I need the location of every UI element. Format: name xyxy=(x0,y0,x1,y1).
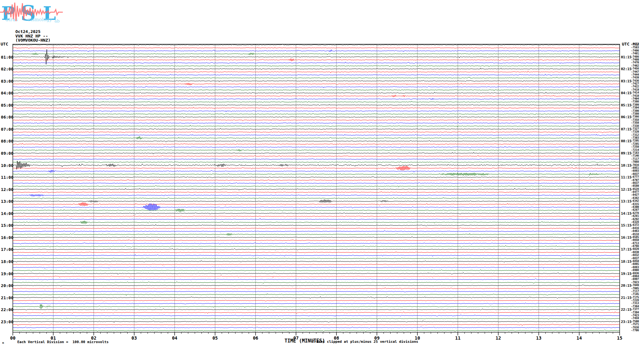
helicorder-plot xyxy=(0,0,644,346)
minute-label: 01 xyxy=(51,336,56,340)
trace-offset-value: -7404 xyxy=(631,98,639,100)
trace-offset-value: -7183 xyxy=(631,152,639,154)
right-hour-label: 18:15 xyxy=(621,260,632,263)
trace-offset-value: -7214 xyxy=(631,149,639,152)
trace-offset-value: -6650 xyxy=(631,239,639,242)
trace-offset-value: -7313 xyxy=(631,302,639,305)
trace-row xyxy=(13,140,620,142)
trace-offset-value: -7117 xyxy=(631,158,639,161)
left-hour-label: 18:00 xyxy=(1,260,13,264)
trace-offset-value: -7399 xyxy=(631,104,639,106)
trace-row xyxy=(13,213,620,214)
left-hour-label: 14:00 xyxy=(1,211,13,215)
minute-label: 15 xyxy=(617,336,623,340)
trace-offset-value: -6328 xyxy=(631,221,639,224)
trace-offset-value: -7394 xyxy=(631,107,639,109)
right-hour-label: 13:15 xyxy=(621,200,632,203)
trace-row xyxy=(13,318,620,319)
trace-row xyxy=(13,173,620,176)
trace-offset-value: -7486 xyxy=(631,56,639,58)
right-hour-label: 10:15 xyxy=(621,163,632,167)
trace-offset-value: -7459 xyxy=(631,317,639,320)
trace-offset-overlap: -9612 xyxy=(631,43,639,45)
trace-row xyxy=(13,136,620,139)
trace-offset-value: -6951 xyxy=(631,167,639,169)
right-hour-label: 16:15 xyxy=(621,235,632,239)
trace-offset-value: -6427 xyxy=(631,194,639,196)
trace-row xyxy=(13,166,620,170)
trace-offset-value: -6837 xyxy=(631,257,639,260)
trace-row xyxy=(13,225,620,226)
left-hour-label: 08:00 xyxy=(1,139,13,143)
trace-offset-value: -7320 xyxy=(631,131,639,133)
trace-offset-value: -7500 xyxy=(631,320,639,323)
trace-row xyxy=(13,202,620,206)
trace-row xyxy=(13,80,620,82)
trace-row xyxy=(13,236,620,238)
trace-row xyxy=(13,179,620,181)
right-hour-label: 14:15 xyxy=(621,211,632,215)
trace-row xyxy=(13,146,620,148)
trace-offset-value: -6477 xyxy=(631,191,639,194)
trace-row xyxy=(13,152,620,154)
trace-row xyxy=(13,245,620,247)
trace-row xyxy=(13,309,620,310)
trace-row xyxy=(13,200,620,203)
left-hour-label: 09:00 xyxy=(1,151,13,155)
trace-offset-value: -7414 xyxy=(631,92,639,94)
trace-offset-value: -6518 xyxy=(631,233,639,236)
trace-offset-value: -7023 xyxy=(631,281,639,284)
trace-row xyxy=(13,116,620,118)
trace-offset-value: -6463 xyxy=(631,230,639,233)
right-hour-label: 05:15 xyxy=(621,103,632,107)
minute-label: 00 xyxy=(10,336,16,340)
vertical-division-note: Each Vertical Division = 100.00 microvol… xyxy=(17,340,109,344)
trace-offset-value: -7470 xyxy=(631,62,639,64)
left-hour-label: 04:00 xyxy=(1,91,13,95)
minute-label: 04 xyxy=(172,336,178,340)
trace-offset-value: -7571 xyxy=(631,323,639,326)
right-hour-label: 23:15 xyxy=(621,320,632,323)
trace-row xyxy=(13,221,620,224)
trace-row xyxy=(13,65,620,67)
trace-row xyxy=(13,288,620,289)
trace-row xyxy=(13,218,620,220)
trace-offset-value: -7380 xyxy=(631,113,639,115)
plot-border xyxy=(13,44,620,332)
left-hour-label: 22:00 xyxy=(1,308,13,312)
trace-row xyxy=(13,249,620,250)
trace-row xyxy=(13,327,620,328)
trace-row xyxy=(13,47,620,49)
trace-row xyxy=(13,197,620,199)
trace-offset-value: -7422 xyxy=(631,86,639,88)
trace-row xyxy=(13,209,620,212)
trace-row xyxy=(13,143,620,145)
trace-row xyxy=(13,134,620,136)
trace-row xyxy=(13,264,620,265)
right-hour-label: 07:15 xyxy=(621,127,632,131)
trace-offset-value: -7085 xyxy=(631,287,639,290)
trace-offset-value: -7303 xyxy=(631,137,639,139)
trace-offset-value: -6865 xyxy=(631,263,639,266)
trace-row xyxy=(13,68,620,70)
trace-row xyxy=(13,49,620,64)
trace-offset-value: -7480 xyxy=(631,59,639,61)
trace-row xyxy=(13,125,620,127)
trace-offset-value: -6580 xyxy=(631,185,639,187)
trace-offset-value: -7088 xyxy=(631,161,639,163)
trace-row xyxy=(13,291,620,292)
left-hour-label: 19:00 xyxy=(1,271,13,276)
trace-row xyxy=(13,77,620,78)
left-hour-label: 12:00 xyxy=(1,187,13,191)
trace-offset-value: -6342 xyxy=(631,200,639,202)
trace-offset-value: -6528 xyxy=(631,188,639,191)
trace-offset-value: -6832 xyxy=(631,254,639,257)
minute-label: 03 xyxy=(131,336,137,340)
right-hour-label: 19:15 xyxy=(621,272,632,275)
trace-row xyxy=(13,300,620,301)
trace-row xyxy=(13,233,620,235)
trace-offset-value: -6850 xyxy=(631,260,639,263)
trace-offset-value: -6766 xyxy=(631,245,639,248)
seismogram-page: PSLatraseismologyab Oct24,2025 VVK HNZ H… xyxy=(0,0,644,346)
trace-offset-value: -7439 xyxy=(631,77,639,79)
